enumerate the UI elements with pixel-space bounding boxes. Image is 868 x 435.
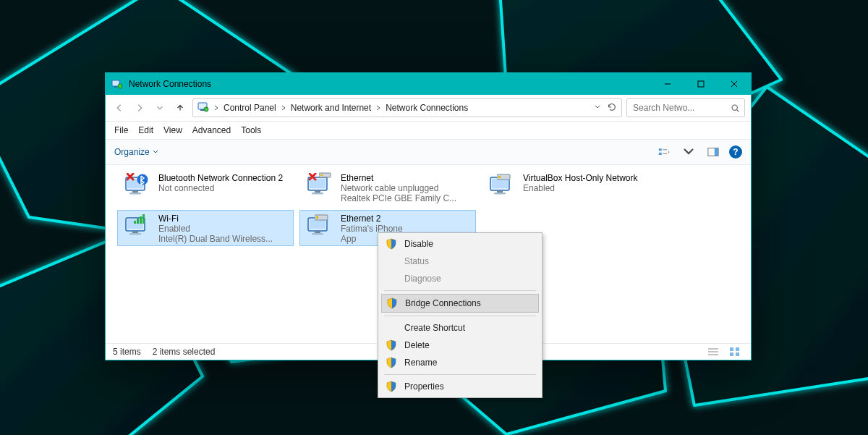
nav-recent-button[interactable] <box>152 100 168 116</box>
svg-rect-32 <box>140 216 142 224</box>
address-bar: Control Panel Network and Internet Netwo… <box>106 95 751 122</box>
context-menu-separator <box>384 290 536 291</box>
nav-back-button[interactable] <box>111 100 127 116</box>
connection-device: Intel(R) Dual Band Wireless... <box>158 234 273 244</box>
context-menu-label: Bridge Connections <box>405 298 481 308</box>
refresh-button[interactable] <box>607 102 617 114</box>
network-adapter-icon <box>487 173 517 203</box>
svg-rect-30 <box>134 221 136 224</box>
svg-rect-42 <box>736 352 739 356</box>
connection-item[interactable]: Bluetooth Network Connection 2Not connec… <box>117 169 294 206</box>
connection-item[interactable]: VirtualBox Host-Only NetworkEnabled <box>482 169 658 206</box>
breadcrumb-control-panel[interactable]: Control Panel <box>224 103 276 113</box>
network-adapter-icon <box>122 214 153 244</box>
connection-status: Enabled <box>158 224 273 234</box>
menu-file[interactable]: File <box>114 125 128 135</box>
control-panel-icon <box>197 101 209 115</box>
context-menu-item[interactable]: Delete <box>380 337 540 354</box>
search-input[interactable] <box>631 102 726 114</box>
svg-rect-41 <box>730 352 733 356</box>
status-item-count: 5 items <box>113 347 141 357</box>
context-menu-label: Delete <box>404 340 430 350</box>
close-button[interactable] <box>718 73 751 95</box>
svg-rect-27 <box>320 174 323 176</box>
view-caret-button[interactable] <box>680 145 697 159</box>
svg-rect-33 <box>142 214 145 224</box>
context-menu-item: Diagnose <box>380 270 540 287</box>
titlebar[interactable]: Network Connections <box>106 73 751 95</box>
context-menu-item[interactable]: Bridge Connections <box>381 294 539 313</box>
uac-shield-icon <box>386 381 397 392</box>
connection-name: Wi-Fi <box>158 214 273 224</box>
breadcrumb[interactable]: Control Panel Network and Internet Netwo… <box>192 98 622 117</box>
context-menu-label: Create Shortcut <box>404 323 465 333</box>
context-menu-item[interactable]: Disable <box>380 235 540 253</box>
connection-status: Network cable unplugged <box>341 183 456 193</box>
nav-forward-button[interactable] <box>132 100 148 116</box>
menu-tools[interactable]: Tools <box>241 125 261 135</box>
svg-point-9 <box>118 84 122 88</box>
context-menu-item[interactable]: Create Shortcut <box>380 319 540 337</box>
menu-edit[interactable]: Edit <box>138 125 153 135</box>
context-menu-item[interactable]: Rename <box>380 354 540 371</box>
connection-name: Ethernet <box>341 173 456 183</box>
network-adapter-icon <box>305 173 335 203</box>
menu-advanced[interactable]: Advanced <box>192 125 231 135</box>
svg-rect-8 <box>114 86 117 88</box>
command-bar: Organize ? <box>106 140 751 165</box>
svg-rect-39 <box>730 347 733 351</box>
context-menu[interactable]: DisableStatusDiagnoseBridge ConnectionsC… <box>378 232 542 398</box>
window-title: Network Connections <box>129 79 211 89</box>
svg-point-16 <box>204 107 208 111</box>
organize-button[interactable]: Organize <box>114 147 158 157</box>
search-icon <box>731 104 740 113</box>
context-menu-label: Rename <box>404 358 437 368</box>
address-dropdown-icon[interactable] <box>594 103 601 113</box>
context-menu-label: Diagnose <box>404 274 441 284</box>
maximize-button[interactable] <box>684 73 718 95</box>
context-menu-label: Disable <box>404 239 433 249</box>
connection-name: VirtualBox Host-Only Network <box>523 173 638 183</box>
svg-rect-35 <box>316 216 318 219</box>
uac-shield-icon <box>386 238 397 250</box>
breadcrumb-network-connections[interactable]: Network Connections <box>386 103 468 113</box>
network-adapter-icon <box>122 173 153 203</box>
connection-status: Enabled <box>523 183 638 193</box>
help-button[interactable]: ? <box>729 145 742 159</box>
network-adapter-icon <box>305 214 335 244</box>
svg-rect-19 <box>659 148 662 151</box>
menu-bar: File Edit View Advanced Tools <box>106 122 751 140</box>
context-menu-item: Status <box>380 253 540 270</box>
connection-name: Bluetooth Network Connection 2 <box>158 173 283 183</box>
minimize-button[interactable] <box>651 73 684 95</box>
context-menu-separator <box>384 374 536 375</box>
menu-view[interactable]: View <box>163 125 182 135</box>
context-menu-item[interactable]: Properties <box>380 378 540 395</box>
status-selection-count: 2 items selected <box>153 347 216 357</box>
svg-rect-20 <box>659 153 662 155</box>
search-box[interactable] <box>626 98 745 117</box>
svg-rect-29 <box>498 176 501 178</box>
svg-point-17 <box>732 105 737 110</box>
context-menu-label: Status <box>404 256 429 266</box>
connection-item[interactable]: Wi-FiEnabledIntel(R) Dual Band Wireless.… <box>117 210 294 246</box>
connection-device: Realtek PCIe GBE Family C... <box>341 193 456 203</box>
nav-up-button[interactable] <box>172 100 188 116</box>
app-icon <box>111 78 123 90</box>
breadcrumb-network-and-internet[interactable]: Network and Internet <box>291 103 371 113</box>
view-options-button[interactable] <box>655 145 673 159</box>
svg-rect-31 <box>137 219 139 224</box>
svg-rect-24 <box>715 148 718 156</box>
view-details-toggle[interactable] <box>705 345 722 359</box>
svg-rect-40 <box>736 347 739 351</box>
svg-line-18 <box>737 109 739 111</box>
svg-rect-11 <box>698 81 704 87</box>
view-icons-toggle[interactable] <box>726 345 744 359</box>
connection-status: Not connected <box>158 183 283 193</box>
context-menu-separator <box>384 316 536 316</box>
context-menu-label: Properties <box>404 381 444 392</box>
preview-pane-button[interactable] <box>705 145 722 159</box>
